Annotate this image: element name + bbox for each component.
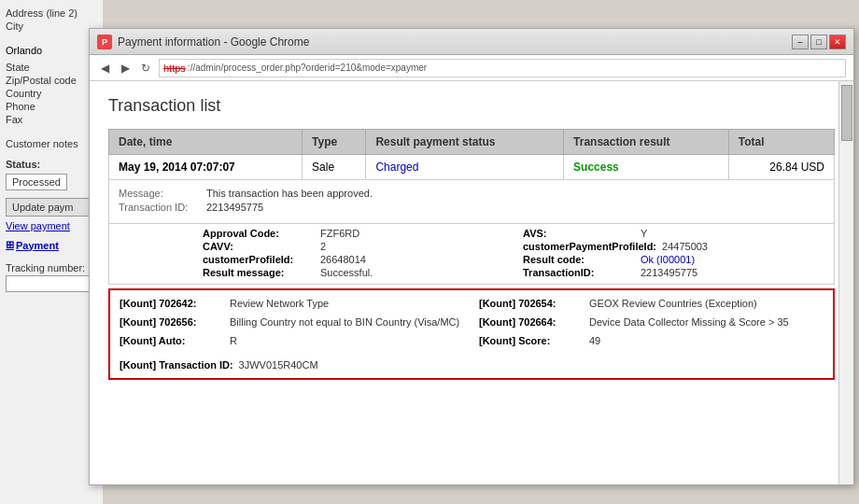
total-cell: 26.84 USD bbox=[728, 155, 834, 180]
customer-profile-label: customerProfileId: bbox=[203, 254, 315, 265]
info-grid: Approval Code: FZF6RD AVS: Y CAVV: 2 cus… bbox=[108, 224, 835, 285]
chrome-addressbar: ◀ ▶ ↻ https ://admin/process_order.php?o… bbox=[90, 55, 853, 81]
city-label: City bbox=[6, 21, 97, 32]
kount-702642-value: Review Network Type bbox=[230, 298, 329, 309]
kount-702656: [Kount] 702656: Billing Country not equa… bbox=[120, 316, 464, 328]
cavv-label: CAVV: bbox=[203, 241, 315, 252]
transaction-id-item: TransactionID: 2213495775 bbox=[523, 267, 824, 278]
avs-label: AVS: bbox=[523, 228, 635, 239]
kount-702656-key: [Kount] 702656: bbox=[120, 316, 222, 328]
scrollbar[interactable] bbox=[838, 81, 853, 484]
kount-702654-key: [Kount] 702654: bbox=[479, 298, 582, 309]
plus-icon: ⊞ bbox=[6, 239, 14, 251]
col-header-result-payment: Result payment status bbox=[366, 130, 564, 155]
kount-score: [Kount] Score: 49 bbox=[479, 335, 824, 346]
kount-transaction-row: [Kount] Transaction ID: 3JWV015R40CM bbox=[120, 359, 824, 371]
avs-value: Y bbox=[641, 228, 647, 239]
chrome-titlebar: P Payment information - Google Chrome – … bbox=[90, 29, 853, 55]
https-text: https bbox=[163, 63, 186, 74]
tracking-number-input[interactable] bbox=[6, 275, 90, 292]
message-label: Message: bbox=[119, 188, 203, 199]
customer-profile-value: 26648014 bbox=[320, 254, 366, 265]
kount-702654-value: GEOX Review Countries (Exception) bbox=[589, 298, 757, 309]
col-header-type: Type bbox=[303, 130, 366, 155]
fax-label: Fax bbox=[6, 114, 97, 125]
kount-transaction-value: 3JWV015R40CM bbox=[239, 359, 318, 371]
result-code-label: Result code: bbox=[523, 254, 635, 265]
back-icon[interactable]: ◀ bbox=[97, 62, 112, 75]
update-payment-button[interactable]: Update paym bbox=[6, 198, 97, 217]
kount-702642-key: [Kount] 702642: bbox=[120, 298, 222, 309]
phone-label: Phone bbox=[6, 101, 97, 112]
state-label: State bbox=[6, 62, 97, 73]
result-message-value: Successful. bbox=[320, 267, 373, 278]
customer-profile-item: customerProfileId: 26648014 bbox=[203, 254, 504, 265]
city-value: Orlando bbox=[6, 45, 97, 56]
type-cell: Sale bbox=[303, 155, 366, 180]
kount-transaction-key: [Kount] Transaction ID: bbox=[120, 359, 233, 371]
cavv-item: CAVV: 2 bbox=[203, 241, 504, 252]
approval-code-item: Approval Code: FZF6RD bbox=[203, 228, 504, 239]
view-payment-link[interactable]: View payment bbox=[6, 220, 97, 231]
minimize-button[interactable]: – bbox=[792, 35, 809, 49]
approval-code-value: FZF6RD bbox=[320, 228, 359, 239]
transaction-id-value: 2213495775 bbox=[206, 202, 263, 213]
detail-section: Message: This transaction has been appro… bbox=[108, 180, 835, 224]
kount-grid: [Kount] 702642: Review Network Type [Kou… bbox=[120, 298, 824, 371]
customer-payment-profile-item: customerPaymentProfileId: 24475003 bbox=[523, 241, 824, 252]
result-payment-cell: Charged bbox=[366, 155, 564, 180]
background-form: Address (line 2) City Orlando State Zip/… bbox=[0, 0, 103, 504]
forward-icon[interactable]: ▶ bbox=[118, 62, 133, 75]
chrome-content: Transaction list Date, time Type Result … bbox=[90, 81, 853, 484]
transaction-table: Date, time Type Result payment status Tr… bbox=[108, 129, 835, 180]
close-button[interactable]: ✕ bbox=[829, 35, 846, 49]
tracking-number-label: Tracking number: bbox=[6, 262, 97, 273]
approval-code-label: Approval Code: bbox=[203, 228, 315, 239]
refresh-icon[interactable]: ↻ bbox=[138, 62, 153, 75]
customer-payment-profile-value: 24475003 bbox=[662, 241, 708, 252]
transaction-id-info-label: TransactionID: bbox=[523, 267, 635, 278]
zip-label: Zip/Postal code bbox=[6, 75, 97, 86]
kount-702654: [Kount] 702654: GEOX Review Countries (E… bbox=[479, 298, 824, 309]
kount-702642: [Kount] 702642: Review Network Type bbox=[120, 298, 464, 309]
transaction-id-row: Transaction ID: 2213495775 bbox=[119, 202, 824, 213]
col-header-datetime: Date, time bbox=[109, 130, 303, 155]
cavv-value: 2 bbox=[320, 241, 326, 252]
table-row: May 19, 2014 07:07:07 Sale Charged Succe… bbox=[109, 155, 835, 180]
payment-section-header[interactable]: ⊞ Payment bbox=[6, 239, 97, 251]
kount-auto: [Kount] Auto: R bbox=[120, 335, 464, 346]
address-bar[interactable]: https ://admin/process_order.php?orderid… bbox=[159, 59, 846, 77]
window-controls: – □ ✕ bbox=[792, 35, 846, 49]
kount-score-value: 49 bbox=[589, 335, 600, 346]
kount-702664: [Kount] 702664: Device Data Collector Mi… bbox=[479, 316, 824, 328]
status-badge: Processed bbox=[6, 174, 67, 190]
col-header-total: Total bbox=[728, 130, 834, 155]
address-line2-label: Address (line 2) bbox=[6, 7, 97, 19]
country-label: Country bbox=[6, 88, 97, 99]
message-row: Message: This transaction has been appro… bbox=[119, 188, 824, 199]
message-value: This transaction has been approved. bbox=[206, 188, 373, 199]
chrome-app-icon: P bbox=[97, 35, 112, 49]
chrome-window: P Payment information - Google Chrome – … bbox=[89, 28, 854, 485]
status-heading: Status: bbox=[6, 159, 97, 170]
avs-item: AVS: Y bbox=[523, 228, 824, 239]
kount-auto-key: [Kount] Auto: bbox=[120, 335, 222, 346]
scrollbar-thumb[interactable] bbox=[841, 85, 852, 141]
customer-notes-label: Customer notes bbox=[6, 138, 97, 149]
maximize-button[interactable]: □ bbox=[810, 35, 827, 49]
kount-section: [Kount] 702642: Review Network Type [Kou… bbox=[108, 288, 835, 380]
chrome-title: Payment information - Google Chrome bbox=[118, 35, 786, 49]
transaction-id-info-value: 2213495775 bbox=[641, 267, 697, 278]
kount-score-key: [Kount] Score: bbox=[479, 335, 582, 346]
customer-payment-profile-label: customerPaymentProfileId: bbox=[523, 241, 656, 252]
url-text: ://admin/process_order.php?orderid=210&m… bbox=[188, 63, 427, 73]
result-code-item: Result code: Ok (I00001) bbox=[523, 254, 824, 265]
transaction-id-label: Transaction ID: bbox=[119, 202, 203, 213]
kount-auto-value: R bbox=[230, 335, 237, 346]
result-code-value[interactable]: Ok (I00001) bbox=[641, 254, 695, 265]
result-message-label: Result message: bbox=[203, 267, 315, 278]
kount-702656-value: Billing Country not equal to BIN Country… bbox=[230, 316, 459, 328]
result-message-item: Result message: Successful. bbox=[203, 267, 504, 278]
page-title: Transaction list bbox=[108, 96, 835, 116]
date-cell: May 19, 2014 07:07:07 bbox=[109, 155, 303, 180]
